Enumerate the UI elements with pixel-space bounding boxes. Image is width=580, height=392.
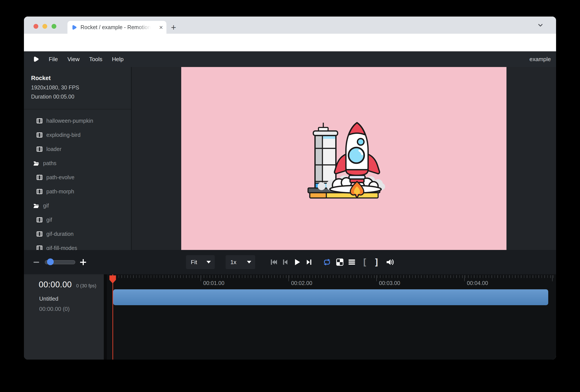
volume-button[interactable] [384, 250, 396, 274]
ruler-second-tick [289, 275, 289, 281]
browser-toolbar: http://localhost:3001/Rocket ☆ [24, 34, 556, 51]
ruler-label: 00:04.00 [467, 280, 488, 286]
chevron-down-icon [206, 261, 211, 263]
chevron-down-icon [247, 261, 251, 263]
player-controls-bar: Fit 1x [24, 250, 556, 274]
timeline-zoom-slider[interactable] [45, 260, 75, 264]
menu-help[interactable]: Help [112, 56, 124, 63]
composition-info: Rocket 1920x1080, 30 FPS Duration 00:05.… [24, 67, 131, 110]
current-frame-info: 0 (30 fps) [76, 283, 96, 289]
app-menubar: File View Tools Help example [24, 51, 556, 67]
browser-window: Rocket / example - Remotion Pre × + [24, 16, 556, 360]
timeline-info-panel: 00:00.00 0 (30 fps) Untitled 00:00.00 (0… [24, 274, 104, 360]
film-icon [36, 146, 42, 152]
composition-item-gif-duration[interactable]: gif-duration [24, 227, 131, 241]
preview-area [132, 67, 556, 250]
timeline-track-area[interactable]: 00:01.00 00:02.00 00:03.00 00:04.00 [107, 274, 556, 360]
tab-strip: Rocket / example - Remotion Pre × + [24, 16, 556, 34]
playback-speed-select[interactable]: 1x [226, 255, 255, 269]
folder-item-paths[interactable]: paths [24, 156, 131, 170]
rocket-illustration [301, 116, 386, 201]
loop-toggle-button[interactable] [321, 250, 333, 274]
skip-to-start-button[interactable] [269, 250, 280, 274]
ruler-second-tick [464, 275, 465, 281]
window-zoom-button[interactable] [52, 24, 56, 29]
ruler-second-tick [552, 275, 553, 281]
film-icon [36, 189, 42, 194]
ruler-label: 00:01.00 [203, 280, 224, 286]
folder-open-icon [33, 160, 39, 166]
rich-timeline-button[interactable] [346, 250, 357, 274]
track-name: Untitled [24, 289, 104, 302]
screenshot-stage: Rocket / example - Remotion Pre × + [0, 0, 580, 392]
composition-item-halloween-pumpkin[interactable]: halloween-pumpkin [24, 114, 131, 128]
tab-search-chevron-icon[interactable] [537, 23, 544, 28]
track-time: 00:00.00 (0) [24, 302, 104, 312]
video-canvas[interactable] [181, 67, 506, 250]
compositions-sidebar: Rocket 1920x1080, 30 FPS Duration 00:05.… [24, 67, 132, 250]
browser-tab[interactable]: Rocket / example - Remotion Pre × [67, 21, 166, 34]
out-point-bracket-button[interactable]: ] [371, 250, 382, 274]
zoom-slider-thumb[interactable] [47, 259, 54, 265]
tab-title: Rocket / example - Remotion Pre [81, 24, 152, 30]
tab-close-icon[interactable]: × [159, 24, 163, 31]
zoom-in-icon[interactable] [80, 259, 86, 265]
folder-open-icon [33, 203, 39, 209]
ruler-second-tick [201, 275, 201, 281]
timeline-panel: 00:00.00 0 (30 fps) Untitled 00:00.00 (0… [24, 274, 556, 360]
composition-title: Rocket [31, 75, 131, 82]
film-icon [36, 231, 42, 237]
film-icon [36, 118, 42, 124]
composition-item-gif[interactable]: gif [24, 213, 131, 227]
folder-item-gif[interactable]: gif [24, 199, 131, 213]
film-icon [36, 245, 42, 250]
canvas-size-select[interactable]: Fit [186, 255, 215, 269]
film-icon [36, 217, 42, 223]
sequence-track-bar[interactable] [113, 289, 548, 305]
menu-file[interactable]: File [49, 56, 58, 63]
play-button[interactable] [291, 250, 303, 274]
current-timecode: 00:00.00 [39, 280, 72, 289]
zoom-out-icon[interactable] [33, 262, 39, 263]
remotion-favicon [71, 24, 77, 30]
next-frame-button[interactable] [303, 250, 315, 274]
playhead-line[interactable] [113, 274, 113, 360]
menu-view[interactable]: View [67, 56, 80, 63]
composition-list: halloween-pumpkin exploding-bird loader … [24, 110, 131, 250]
in-point-bracket-button[interactable]: [ [359, 250, 370, 274]
ruler-label: 00:03.00 [379, 280, 400, 286]
ruler-second-tick [376, 275, 377, 281]
film-icon [36, 132, 42, 138]
app-main: Rocket 1920x1080, 30 FPS Duration 00:05.… [24, 67, 556, 250]
remotion-logo-icon[interactable] [32, 56, 39, 63]
film-icon [36, 175, 42, 180]
remotion-app: File View Tools Help example Rocket 1920… [24, 51, 556, 360]
composition-item-gif-fill-modes[interactable]: gif-fill-modes [24, 241, 131, 250]
project-name-label: example [530, 56, 551, 63]
timeline-ruler[interactable] [113, 275, 554, 278]
timeline-divider [104, 274, 107, 360]
window-minimize-button[interactable] [42, 24, 47, 29]
composition-item-path-morph[interactable]: path-morph [24, 184, 131, 199]
composition-duration: Duration 00:05.00 [31, 94, 131, 100]
composition-resolution: 1920x1080, 30 FPS [31, 84, 131, 91]
composition-item-path-evolve[interactable]: path-evolve [24, 170, 131, 184]
ruler-label: 00:02.00 [291, 280, 312, 286]
window-close-button[interactable] [33, 24, 38, 29]
composition-item-exploding-bird[interactable]: exploding-bird [24, 128, 131, 142]
transparency-checkerboard-button[interactable] [334, 250, 345, 274]
menu-tools[interactable]: Tools [89, 56, 103, 63]
previous-frame-button[interactable] [280, 250, 291, 274]
new-tab-button[interactable]: + [171, 23, 176, 32]
composition-item-loader[interactable]: loader [24, 142, 131, 156]
